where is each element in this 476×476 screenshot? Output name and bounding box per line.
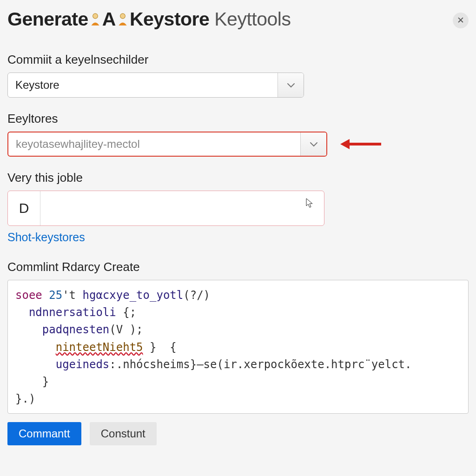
eeyltores-combobox[interactable] (7, 132, 327, 157)
eeyltores-combobox-input[interactable] (8, 132, 300, 156)
title-word-keystore: Keystore (130, 8, 209, 30)
job-field-group: Very this joble D Shot-keystores (7, 171, 469, 244)
secondary-button[interactable]: Constunt (90, 422, 157, 445)
dialog-title: Generate A Keystore Keyttools (7, 8, 291, 30)
command-field-group: Commlint Rdarcy Create soee 25't hgαcxye… (7, 260, 469, 414)
dialog-header: Generate A Keystore Keyttools ✕ (7, 8, 469, 30)
primary-button[interactable]: Commantt (7, 422, 81, 445)
person-icon-2 (117, 13, 129, 26)
svg-marker-3 (340, 139, 350, 149)
chevron-down-icon (310, 141, 318, 147)
svg-point-0 (93, 13, 98, 19)
eeyltores-field-label: Eeyltores (7, 112, 469, 126)
title-word-a: A (102, 8, 116, 30)
keystore-combobox-toggle[interactable] (278, 73, 304, 97)
keystore-field-label: Commiit a keyelnsechilder (7, 53, 469, 67)
job-input[interactable] (40, 191, 324, 225)
close-button[interactable]: ✕ (453, 13, 469, 28)
job-field-label: Very this joble (7, 171, 469, 185)
svg-point-1 (120, 13, 126, 19)
arrow-left-icon (340, 137, 382, 151)
shot-keystores-link[interactable]: Shot-keystores (7, 231, 85, 244)
close-icon: ✕ (457, 15, 464, 26)
job-input-container: D (7, 191, 324, 226)
dialog-container: Generate A Keystore Keyttools ✕ Co (0, 0, 476, 445)
keystore-combobox[interactable] (7, 73, 304, 98)
command-code-block[interactable]: soee 25't hgαcxye_to_yotl(?/) ndnnersati… (7, 280, 469, 414)
keystore-field-group: Commiit a keyelnsechilder (7, 53, 469, 98)
dialog-footer: Commantt Constunt (7, 422, 469, 445)
title-word-generate: Generate (7, 8, 88, 30)
job-input-prefix: D (8, 191, 40, 225)
person-icon (89, 13, 101, 26)
eeyltores-field-group: Eeyltores (7, 112, 469, 157)
cursor-icon (305, 198, 314, 210)
keystore-combobox-input[interactable] (8, 73, 278, 97)
command-field-label: Commlint Rdarcy Create (7, 260, 469, 274)
title-word-keyttools: Keyttools (214, 8, 291, 30)
chevron-down-icon (287, 82, 295, 88)
eeyltores-combobox-toggle[interactable] (300, 132, 326, 156)
